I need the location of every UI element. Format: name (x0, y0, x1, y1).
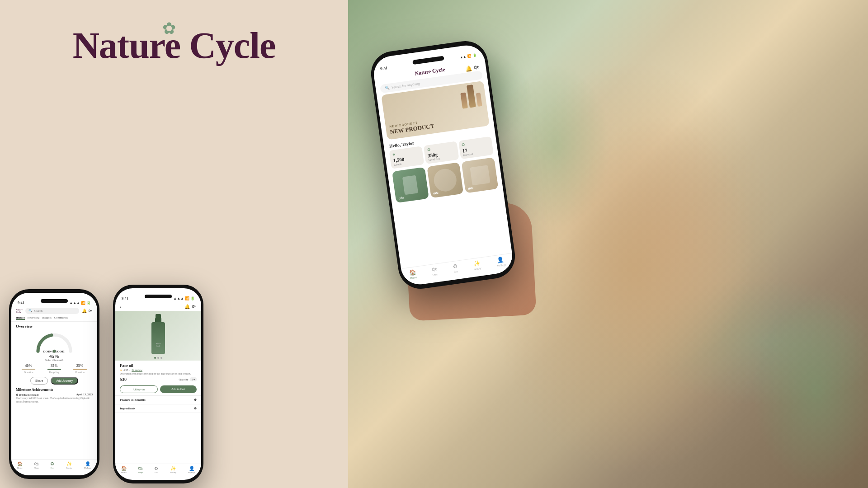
product-rating: ★ 4.95 / 22 review (120, 368, 197, 371)
nav-mypage-3[interactable]: 👤 MyPage (495, 256, 506, 267)
phone-2-top-bar: ‹ 🔔 🛍 (115, 302, 201, 311)
bottle-small-2 (467, 84, 476, 108)
back-button[interactable]: ‹ (120, 304, 121, 309)
quantity-selector: Quantity 1 ▾ (179, 377, 197, 381)
home-icon-3: 🏠 (409, 269, 417, 277)
left-panel: Nature Cycle ✿ 9:41 ▲▲▲ 📶 🔋 (0, 0, 348, 488)
phone-1-search[interactable]: 🔍 Search (25, 308, 79, 314)
phone-1-header-icons: 🔔 🛍 (82, 309, 93, 313)
logo-leaf-icon: ✿ (162, 19, 176, 38)
nav-beauty-2[interactable]: ✨ Beauty (170, 466, 176, 474)
mypage-icon: 👤 (85, 461, 90, 466)
share-button[interactable]: Share (30, 377, 48, 385)
cart-icon[interactable]: 🛍 (192, 304, 197, 309)
logo-area: Nature Cycle ✿ (73, 27, 276, 64)
nav-mypage[interactable]: 👤 MyPage (84, 461, 92, 469)
home-icon: 🏠 (17, 461, 23, 466)
phone-3-brand-name: Nature Cycle (415, 66, 446, 76)
hero-bottles (459, 84, 482, 109)
search-icon: 🔍 (28, 309, 33, 313)
mypage-icon-3: 👤 (497, 256, 505, 264)
nav-shop-3[interactable]: 🛍 Shop (431, 266, 438, 277)
add-to-cart-button[interactable]: Add to Cart (160, 385, 197, 393)
phone-3-search-placeholder: Search for anything (391, 81, 420, 89)
phone-1-overview-title: Overview (11, 322, 97, 330)
product-description: Description text about something on this… (120, 372, 197, 375)
phone-1-screen: 9:41 ▲▲▲ 📶 🔋 NatureCycle 🔍 Search (11, 293, 97, 475)
tab-recycling[interactable]: Recycling (28, 316, 39, 320)
milestone-item: ♻ 100 lbs Recycled! April 15, 2023 You'v… (11, 392, 97, 404)
stat-bar-1 (22, 369, 35, 370)
home-icon-2: 🏠 (121, 466, 127, 471)
product-bottle: NatureCycle (151, 322, 165, 354)
recycle-icon-2: ♻ (461, 142, 465, 147)
star-icon: ★ (392, 152, 396, 157)
features-benefits-accordion[interactable]: Feature & Benefits ⊕ (115, 396, 201, 404)
eco-icon: ♻ (50, 461, 54, 466)
card-2[interactable]: title (427, 162, 464, 198)
search-icon-3: 🔍 (385, 86, 390, 90)
nav-eco-3[interactable]: ♻ Eco (452, 263, 458, 273)
nav-eco[interactable]: ♻ Eco (50, 461, 54, 469)
rating-value: 4.95 (123, 369, 128, 371)
nav-beauty-3[interactable]: ✨ Beauty (472, 260, 481, 271)
phone-2-time: 9:41 (122, 296, 128, 300)
nav-shop[interactable]: 🛍 Shop (34, 461, 39, 469)
phone-1-status-icons: ▲▲▲ 📶 🔋 (69, 301, 91, 305)
bell-icon-2[interactable]: 🔔 (184, 304, 190, 309)
bag-icon-3[interactable]: 🛍 (474, 64, 480, 72)
phone-2-screen: 9:41 ▲▲▲ 📶 🔋 ‹ 🔔 🛍 (115, 288, 201, 480)
milestone-title: Milestone Achievements (11, 386, 97, 392)
beauty-icon: ✨ (66, 461, 72, 466)
nav-mypage-2[interactable]: 👤 MyPage (188, 466, 196, 474)
shop-icon-3: 🛍 (431, 266, 438, 273)
review-count: 22 review (132, 369, 142, 371)
phone-1-action-buttons: Share Add Journey (11, 375, 97, 386)
card-2-label: title (433, 191, 439, 196)
phone-3-bottom-nav: 🏠 Home 🛍 Shop ♻ Eco ✨ (401, 253, 514, 282)
nav-eco-2[interactable]: ♻ Eco (154, 466, 158, 474)
stars-icon: ★ (120, 368, 122, 371)
nav-home[interactable]: 🏠 Home (17, 461, 23, 469)
bell-icon-3[interactable]: 🔔 (465, 65, 472, 73)
image-dots (154, 357, 162, 359)
milestone-description: You've recycled 100 lbs of waste! That's… (16, 397, 93, 404)
stat-donation-1: 40% Donation (22, 364, 35, 374)
ar-tryon-button[interactable]: AR try-on (120, 385, 158, 393)
dot-2 (157, 357, 159, 359)
dot-3 (160, 357, 162, 359)
nav-home-2[interactable]: 🏠 Home (121, 466, 127, 474)
bell-icon[interactable]: 🔔 (82, 309, 87, 313)
card-3-image (470, 165, 490, 185)
nav-home-3[interactable]: 🏠 Home (409, 269, 417, 280)
stat-bar-2 (47, 369, 61, 370)
gauge-doing-good: DOING GOOD! (43, 350, 65, 353)
add-journey-button[interactable]: Add Journey (51, 377, 78, 385)
product-name: Face oil (120, 363, 197, 368)
bottle-small-1 (460, 92, 468, 108)
phone-1-tabs: Impact Recycling Insights Community (11, 316, 97, 322)
nav-shop-2[interactable]: 🛍 Shop (138, 466, 143, 474)
card-1[interactable]: title (392, 167, 429, 203)
ingredients-accordion[interactable]: Ingredients ⊕ (115, 404, 201, 413)
nav-beauty[interactable]: ✨ Beauty (66, 461, 72, 469)
chevron-down-icon: ⊕ (194, 398, 197, 402)
chevron-down-icon-2: ⊕ (194, 407, 197, 410)
phone-impact: 9:41 ▲▲▲ 📶 🔋 NatureCycle 🔍 Search (9, 289, 99, 479)
tab-insights[interactable]: Insights (42, 316, 52, 320)
bag-icon[interactable]: 🛍 (89, 309, 93, 313)
tab-impact[interactable]: Impact (16, 316, 25, 320)
gauge-label: DOING GOOD! 45% So far this month (43, 350, 65, 361)
eco-icon-3: ♻ (452, 263, 458, 270)
tab-community[interactable]: Community (54, 316, 68, 320)
milestone-date: April 15, 2023 (76, 393, 93, 396)
price-quantity-row: $30 Quantity 1 ▾ (120, 377, 197, 382)
phone-1-stats: 40% Donation 35% Recycling 25% Donation (11, 362, 97, 375)
milestone-icon: ♻ 100 lbs Recycled! (16, 393, 39, 396)
dot-1 (154, 357, 156, 359)
quantity-dropdown[interactable]: 1 ▾ (190, 377, 197, 381)
shop-icon-2: 🛍 (138, 466, 143, 471)
phone-1-search-text: Search (34, 309, 42, 313)
gauge-subtitle: So far this month (43, 359, 65, 361)
card-3[interactable]: title (462, 157, 499, 193)
